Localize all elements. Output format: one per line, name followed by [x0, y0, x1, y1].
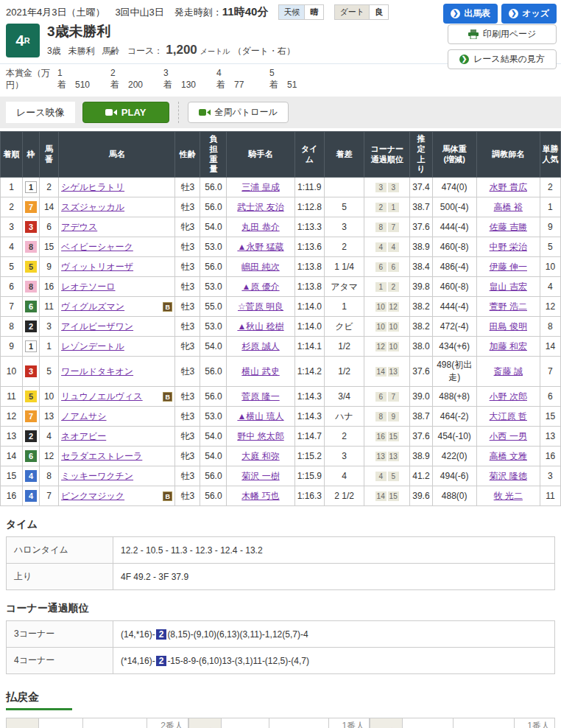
popularity-cell: 8 — [540, 317, 560, 337]
horse-name-cell: レオテソーロB — [59, 277, 175, 297]
course-distance: 1,200 — [166, 43, 197, 57]
jockey-link[interactable]: 野中 悠太郎 — [237, 431, 283, 441]
trainer-link[interactable]: 小野 次郎 — [490, 391, 527, 402]
jockey-cell: ▲秋山 稔樹 — [227, 317, 294, 337]
patrol-video-button[interactable]: 全周パトロール — [188, 102, 289, 123]
horse-name-link[interactable]: レオテソーロ — [61, 281, 115, 293]
margin-cell: 3/4 — [325, 387, 364, 407]
shutsuba-button[interactable]: ❯ 出馬表 — [443, 4, 498, 24]
jockey-cell: 横山 武史 — [227, 357, 294, 387]
sex-age-cell: 牡3 — [175, 178, 200, 197]
jockey-link[interactable]: ▲原 優介 — [241, 281, 279, 292]
trainer-link[interactable]: 伊藤 伸一 — [490, 262, 527, 272]
horse-name-link[interactable]: スズジャッカル — [61, 201, 124, 214]
prize-item: 5着 51 — [269, 68, 322, 91]
jockey-cell: 嶋田 純次 — [227, 257, 294, 277]
body-weight-cell: 494(-6) — [432, 466, 476, 486]
corner-position: 14 — [375, 367, 387, 377]
result-row: 11 5 10 リュウノエルヴィスB 牡3 56.0 菅原 隆一 1:14.3 … — [1, 387, 561, 407]
jockey-link[interactable]: 丸田 恭介 — [241, 222, 279, 232]
trainer-link[interactable]: 水野 貴広 — [490, 182, 527, 192]
jockey-link[interactable]: 杉原 誠人 — [241, 341, 279, 351]
horse-name-link[interactable]: ネオアビー — [61, 430, 106, 443]
corner-position: 15 — [388, 432, 399, 441]
jockey-cell: 大庭 和弥 — [227, 447, 294, 466]
horse-name-link[interactable]: ヴィグルズマン — [61, 301, 124, 313]
trainer-link[interactable]: 小西 一男 — [490, 431, 527, 441]
horse-name-link[interactable]: レゾンデートル — [61, 340, 124, 353]
weather-value: 晴 — [304, 5, 323, 19]
horse-name-cell: セラダエストレーラB — [59, 447, 175, 466]
trainer-link[interactable]: 田島 俊明 — [490, 321, 527, 332]
play-button[interactable]: PLAY — [82, 102, 169, 123]
jockey-link[interactable]: 大庭 和弥 — [241, 451, 279, 461]
odds-button[interactable]: ❯ オッズ — [501, 4, 557, 24]
horse-name-link[interactable]: シゲルヒラトリ — [61, 181, 124, 194]
trainer-link[interactable]: 菊沢 隆徳 — [490, 471, 527, 481]
carried-weight-cell: 53.0 — [200, 407, 227, 427]
frame-cell: 5 — [23, 387, 40, 407]
corner-position: 13 — [388, 367, 399, 377]
horse-name-link[interactable]: ベイビーシャーク — [61, 241, 133, 253]
result-row: 6 8 16 レオテソーロB 牡3 53.0 ▲原 優介 1:13.8 アタマ … — [1, 277, 561, 297]
horse-number-cell: 3 — [40, 317, 59, 337]
jockey-link[interactable]: ▲横山 琉人 — [237, 411, 283, 421]
jockey-link[interactable]: 木幡 巧也 — [241, 491, 279, 501]
trainer-link[interactable]: 高橋 裕 — [494, 202, 523, 212]
corner-positions-cell: 89 — [364, 407, 410, 427]
margin-cell: クビ — [325, 317, 364, 337]
column-header: 枠 — [23, 132, 40, 178]
result-guide-button[interactable]: ❯ レース結果の見方 — [448, 49, 557, 69]
trainer-link[interactable]: 牧 光二 — [494, 491, 523, 501]
trainer-link[interactable]: 佐藤 吉勝 — [490, 222, 527, 232]
trainer-link[interactable]: 中野 栄治 — [490, 242, 527, 252]
jockey-link[interactable]: ☆菅原 明良 — [238, 301, 283, 312]
jockey-link[interactable]: 嶋田 純次 — [241, 262, 279, 272]
print-page-button[interactable]: 印刷用ページ — [448, 24, 557, 44]
sex-age-cell: 牡3 — [175, 357, 200, 387]
corner-position: 12 — [388, 302, 399, 312]
jockey-link[interactable]: ▲秋山 稔樹 — [237, 321, 283, 332]
jockey-cell: 武士沢 友治 — [227, 197, 294, 217]
popularity-cell: 6 — [540, 387, 560, 407]
jockey-cell: ▲横山 琉人 — [227, 407, 294, 427]
time-section-title: タイム — [6, 518, 555, 531]
horse-name-link[interactable]: ヴィットリオーザ — [61, 261, 133, 273]
body-weight-cell: 444(-4) — [432, 217, 476, 237]
jockey-link[interactable]: 武士沢 友治 — [237, 202, 283, 212]
trainer-link[interactable]: 斎藤 誠 — [494, 366, 523, 377]
jockey-link[interactable]: 菅原 隆一 — [241, 391, 279, 402]
body-weight-cell: 472(-4) — [432, 317, 476, 337]
time-row-label: 上り — [7, 564, 113, 590]
horse-name-link[interactable]: リュウノエルヴィス — [61, 391, 143, 403]
trainer-link[interactable]: 萱野 浩二 — [490, 301, 527, 312]
trainer-link[interactable]: 畠山 吉宏 — [490, 281, 527, 292]
race-video-tab[interactable]: レース映像 — [6, 102, 75, 123]
carried-weight-cell: 53.0 — [200, 277, 227, 297]
jockey-link[interactable]: 菊沢 一樹 — [241, 471, 279, 481]
blinker-badge: B — [163, 491, 172, 501]
trainer-link[interactable]: 大江原 哲 — [490, 411, 527, 421]
body-weight-cell: 488(0) — [432, 486, 476, 506]
horse-name-link[interactable]: ノアムサシ — [61, 410, 106, 423]
jockey-link[interactable]: 横山 武史 — [241, 366, 279, 377]
horse-name-link[interactable]: ワールドタキオン — [61, 365, 133, 378]
horse-name-link[interactable]: ミッキーワクチン — [61, 470, 133, 483]
trainer-cell: 大江原 哲 — [476, 407, 540, 427]
jockey-link[interactable]: 三浦 皇成 — [241, 182, 279, 192]
jockey-link[interactable]: ▲永野 猛蔵 — [237, 242, 283, 252]
horse-name-link[interactable]: アイルビーザワン — [61, 321, 133, 333]
time-cell: 1:14.7 — [294, 427, 324, 447]
trainer-link[interactable]: 高橋 文雅 — [490, 451, 527, 461]
frame-cell: 3 — [23, 217, 40, 237]
horse-name-link[interactable]: ピンクマジック — [61, 490, 124, 503]
rank-cell: 12 — [1, 407, 23, 427]
popularity-cell: 5 — [540, 237, 560, 257]
prize-item: 2着 200 — [110, 68, 163, 91]
trainer-link[interactable]: 加藤 和宏 — [490, 341, 527, 351]
popularity-cell: 7 — [540, 357, 560, 387]
horse-name-link[interactable]: アデウス — [61, 221, 97, 234]
trainer-cell: 牧 光二 — [476, 486, 540, 506]
horse-name-link[interactable]: セラダエストレーラ — [61, 450, 142, 463]
sex-age-cell: 牡3 — [175, 197, 200, 217]
